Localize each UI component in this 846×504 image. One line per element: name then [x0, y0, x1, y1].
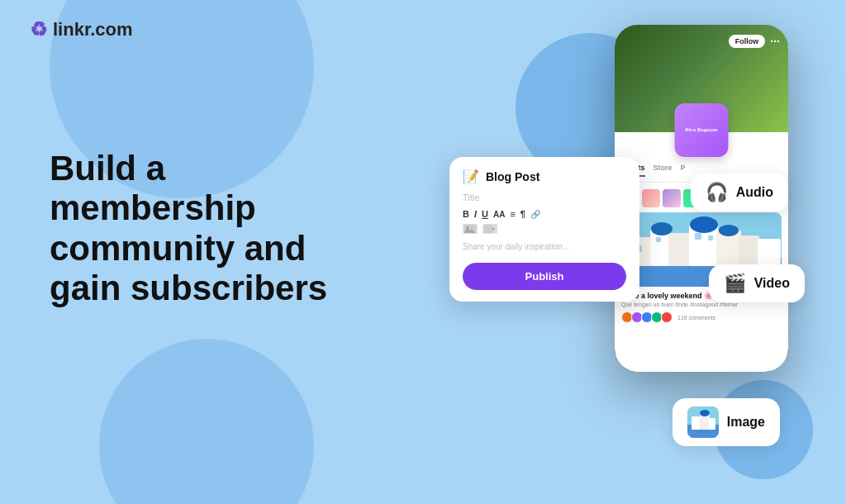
tab-other[interactable]: P: [681, 164, 686, 177]
video-label: Video: [754, 276, 790, 291]
video-icon: 🎬: [724, 273, 746, 294]
paragraph-button[interactable]: ¶: [520, 209, 525, 219]
bold-button[interactable]: B: [463, 209, 469, 219]
post-avatars: 116 comments: [621, 311, 782, 323]
video-insert-icon[interactable]: [482, 224, 497, 234]
italic-button[interactable]: I: [474, 209, 477, 219]
tab-store[interactable]: Store: [654, 164, 673, 177]
svg-point-11: [719, 225, 739, 236]
svg-point-23: [700, 410, 710, 416]
link-button[interactable]: 🔗: [530, 210, 540, 219]
audio-badge: 🎧 Audio: [691, 174, 788, 212]
blog-card-title: Blog Post: [486, 170, 539, 183]
svg-point-10: [690, 216, 718, 233]
svg-rect-21: [692, 416, 700, 430]
svg-rect-4: [668, 233, 692, 266]
audio-label: Audio: [736, 185, 773, 200]
hero-section: Build a membership community and gain su…: [50, 149, 364, 308]
profile-name: Rico Bagayas: [685, 127, 717, 134]
phone-header-buttons: Follow ···: [729, 35, 780, 48]
align-button[interactable]: ≡: [510, 209, 515, 219]
blog-card-header: 📝 Blog Post: [463, 169, 626, 184]
logo-text: linkr.com: [53, 19, 133, 40]
bg-circle-bottom-left: [99, 339, 314, 504]
strip-thumb-2: [642, 189, 660, 207]
phones-container: Follow ··· Rico Bagayas Posts Store P: [383, 25, 796, 487]
blog-card: 📝 Blog Post Title B I U AA ≡ ¶ 🔗 Share y…: [449, 157, 639, 302]
media-toolbar: [463, 224, 626, 234]
comments-count: 116 comments: [677, 315, 715, 321]
svg-rect-7: [739, 235, 759, 266]
image-label: Image: [727, 415, 765, 430]
formatting-toolbar: B I U AA ≡ ¶ 🔗: [463, 209, 626, 219]
avatar-5: [661, 311, 673, 323]
blog-title-placeholder[interactable]: Title: [463, 193, 626, 202]
audio-icon: 🎧: [706, 182, 728, 203]
logo: ♻ linkr.com: [30, 18, 133, 41]
svg-rect-8: [758, 239, 781, 266]
phone-back-header: Follow ··· Rico Bagayas: [615, 25, 788, 132]
svg-rect-13: [656, 237, 661, 242]
svg-point-9: [651, 222, 673, 235]
image-badge: Image: [673, 398, 780, 446]
logo-icon: ♻: [30, 18, 48, 41]
follow-button[interactable]: Follow: [729, 35, 766, 48]
svg-rect-24: [709, 418, 715, 430]
more-options-icon[interactable]: ···: [770, 35, 780, 48]
blog-post-icon: 📝: [463, 169, 479, 184]
image-insert-icon[interactable]: [463, 224, 478, 234]
underline-button[interactable]: U: [482, 209, 488, 219]
blog-content-placeholder[interactable]: Share your daily inspiration...: [463, 242, 626, 251]
publish-button[interactable]: Publish: [463, 263, 626, 290]
image-badge-thumbnail: [687, 407, 719, 438]
svg-rect-14: [695, 233, 701, 240]
svg-rect-18: [484, 225, 492, 233]
svg-rect-15: [708, 235, 713, 240]
font-size-button[interactable]: AA: [493, 210, 505, 219]
profile-card: Rico Bagayas: [675, 103, 729, 157]
strip-thumb-3: [663, 189, 681, 207]
image-badge-thumb: [687, 407, 719, 438]
post-subtitle: Que tengan un buen finde #instagood #fem…: [621, 302, 782, 307]
video-badge: 🎬 Video: [709, 264, 805, 302]
hero-headline: Build a membership community and gain su…: [50, 149, 364, 308]
